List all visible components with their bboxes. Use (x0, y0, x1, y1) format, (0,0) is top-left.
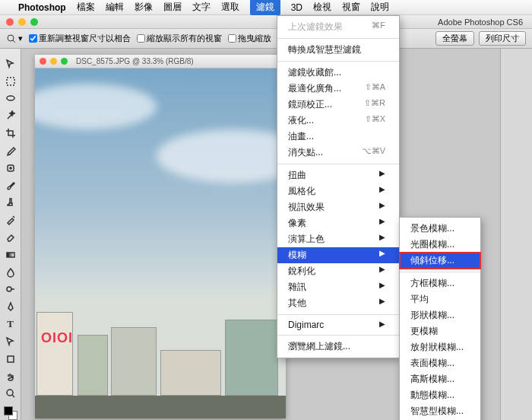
doc-close-button[interactable] (40, 58, 46, 65)
move-tool[interactable] (2, 56, 19, 72)
mi-lens-correction[interactable]: 鏡頭校正...⇧⌘R (277, 97, 399, 113)
menu-type[interactable]: 文字 (192, 1, 211, 14)
healing-tool[interactable] (2, 161, 19, 176)
path-tool[interactable] (2, 334, 19, 349)
svg-line-1 (13, 40, 15, 43)
mi-surface-blur[interactable]: 表面模糊... (400, 355, 480, 371)
mi-pixelate[interactable]: 像素▶ (277, 215, 399, 231)
menu-help[interactable]: 說明 (371, 1, 389, 14)
mi-field-blur[interactable]: 景色模糊... (400, 221, 480, 237)
svg-point-3 (7, 96, 14, 100)
mi-shape-blur[interactable]: 形狀模糊... (400, 307, 480, 323)
scrubby-zoom-checkbox[interactable]: 拖曳縮放 (228, 33, 271, 44)
mi-digimarc[interactable]: Digimarc▶ (277, 318, 399, 332)
mi-filter-gallery[interactable]: 濾鏡收藏館... (277, 65, 399, 81)
mi-box-blur[interactable]: 方框模糊... (400, 275, 480, 291)
mi-oil-paint[interactable]: 油畫... (277, 129, 399, 145)
menu-image[interactable]: 影像 (135, 1, 153, 14)
menu-3d[interactable]: 3D (291, 2, 302, 13)
eraser-tool[interactable] (2, 230, 19, 245)
mi-distort[interactable]: 扭曲▶ (277, 167, 399, 183)
menu-view[interactable]: 檢視 (313, 1, 331, 14)
svg-rect-2 (7, 78, 14, 85)
wand-tool[interactable] (2, 108, 19, 123)
menu-edit[interactable]: 編輯 (106, 1, 124, 14)
doc-zoom-button[interactable] (61, 58, 68, 65)
crop-tool[interactable] (2, 126, 19, 141)
window-chrome: Adobe Photoshop CS6 (0, 15, 532, 29)
filter-menu: 上次濾鏡效果⌘F 轉換成智慧型濾鏡 濾鏡收藏館... 最適化廣角...⇧⌘A 鏡… (277, 15, 400, 358)
history-brush-tool[interactable] (2, 212, 19, 228)
zoom-button[interactable] (30, 18, 38, 26)
print-size-button[interactable]: 列印尺寸 (479, 31, 526, 46)
gradient-tool[interactable] (2, 247, 19, 262)
svg-point-6 (7, 287, 11, 291)
document-canvas[interactable]: OIOI (35, 68, 286, 418)
dodge-tool[interactable] (2, 282, 19, 298)
mi-gaussian-blur[interactable]: 高斯模糊... (400, 371, 480, 387)
mac-menubar: Photoshop 檔案 編輯 影像 圖層 文字 選取 濾鏡 3D 檢視 視窗 … (0, 0, 532, 15)
svg-point-0 (8, 35, 14, 41)
blur-tool[interactable] (2, 265, 19, 280)
doc-minimize-button[interactable] (50, 58, 57, 65)
lasso-tool[interactable] (2, 91, 19, 107)
mi-iris-blur[interactable]: 光圈模糊... (400, 237, 480, 253)
marquee-tool[interactable] (2, 74, 19, 89)
mi-blur-more[interactable]: 更模糊 (400, 323, 480, 339)
mi-vanishing-point[interactable]: 消失點...⌥⌘V (277, 145, 399, 161)
brush-tool[interactable] (2, 178, 19, 193)
pen-tool[interactable] (2, 299, 19, 314)
mi-browse-filters[interactable]: 瀏覽網上濾鏡... (277, 339, 399, 355)
window-title: Adobe Photoshop CS6 (438, 18, 523, 27)
chevron-down-icon: ▾ (18, 33, 23, 43)
zoom-tool-indicator[interactable]: ▾ (6, 33, 23, 44)
mi-adaptive-wide[interactable]: 最適化廣角...⇧⌘A (277, 81, 399, 97)
options-bar: ▾ 重新調整視窗尺寸以相合 縮放顯示所有的視窗 拖曳縮放 全螢幕 列印尺寸 (0, 29, 532, 49)
mi-tilt-shift[interactable]: 傾斜位移... (400, 253, 480, 269)
menu-layer[interactable]: 圖層 (163, 1, 182, 14)
mi-last-filter: 上次濾鏡效果⌘F (277, 19, 399, 35)
stamp-tool[interactable] (2, 196, 19, 211)
app-menu[interactable]: Photoshop (18, 2, 66, 13)
svg-point-8 (7, 390, 13, 396)
mi-other[interactable]: 其他▶ (277, 295, 399, 311)
svg-rect-5 (7, 253, 14, 257)
minimize-button[interactable] (18, 18, 26, 26)
hand-tool[interactable] (2, 369, 19, 384)
mi-liquify[interactable]: 液化...⇧⌘X (277, 113, 399, 129)
document-titlebar[interactable]: DSC_8575.JPG @ 33.3% (RGB/8) (35, 55, 286, 68)
blur-submenu: 景色模糊... 光圈模糊... 傾斜位移... 方框模糊... 平均 形狀模糊.… (399, 217, 481, 420)
mi-video[interactable]: 視訊效果▶ (277, 199, 399, 215)
mi-smart-blur[interactable]: 智慧型模糊... (400, 403, 480, 419)
zoom-all-windows-checkbox[interactable]: 縮放顯示所有的視窗 (137, 33, 222, 44)
resize-windows-checkbox[interactable]: 重新調整視窗尺寸以相合 (29, 33, 131, 44)
svg-rect-7 (8, 356, 14, 362)
mi-convert-smart[interactable]: 轉換成智慧型濾鏡 (277, 42, 399, 58)
mi-noise[interactable]: 雜訊▶ (277, 279, 399, 295)
type-tool[interactable]: T (2, 317, 19, 332)
menu-select[interactable]: 選取 (221, 1, 239, 14)
menu-filter[interactable]: 濾鏡 (250, 0, 280, 15)
mi-stylize[interactable]: 風格化▶ (277, 183, 399, 199)
menu-window[interactable]: 視窗 (342, 1, 360, 14)
building-sign: OIOI (41, 330, 73, 346)
document-title: DSC_8575.JPG @ 33.3% (RGB/8) (76, 57, 194, 65)
mi-blur[interactable]: 模糊▶ (277, 247, 399, 263)
mi-motion-blur[interactable]: 動態模糊... (400, 387, 480, 403)
tools-panel: T (0, 49, 21, 420)
fit-screen-button[interactable]: 全螢幕 (435, 31, 474, 46)
eyedropper-tool[interactable] (2, 143, 19, 158)
shape-tool[interactable] (2, 352, 19, 367)
zoom-tool[interactable] (2, 386, 19, 401)
document-window: DSC_8575.JPG @ 33.3% (RGB/8) OIOI (35, 55, 286, 418)
mi-radial-blur[interactable]: 放射狀模糊... (400, 339, 480, 355)
color-swatch[interactable] (4, 406, 17, 420)
mi-sharpen[interactable]: 銳利化▶ (277, 263, 399, 279)
menu-file[interactable]: 檔案 (77, 1, 95, 14)
mi-render[interactable]: 演算上色▶ (277, 231, 399, 247)
panel-dock[interactable] (500, 49, 532, 420)
close-button[interactable] (6, 18, 14, 26)
mi-average[interactable]: 平均 (400, 291, 480, 307)
